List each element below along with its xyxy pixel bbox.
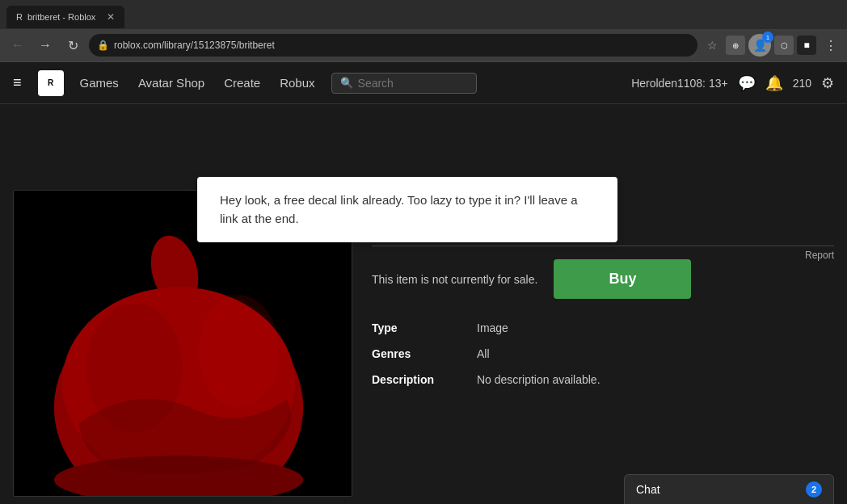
nav-links: Games Avatar Shop Create Robux bbox=[80, 76, 315, 90]
item-meta-table: Type Image Genres All Description No des… bbox=[372, 315, 834, 393]
chat-widget[interactable]: Chat 2 bbox=[624, 474, 834, 504]
profile-icon[interactable]: 👤 1 bbox=[748, 34, 771, 57]
tab-bar: R britberet - Roblox ✕ bbox=[0, 0, 847, 29]
type-val: Image bbox=[477, 321, 508, 334]
nav-bar: ← → ↻ 🔒 roblox.com/library/15123875/brit… bbox=[0, 29, 847, 61]
meta-row-type: Type Image bbox=[372, 315, 834, 341]
tooltip-text: Hey look, a free decal link already. Too… bbox=[220, 193, 578, 225]
sale-row: This item is not currently for sale. Buy bbox=[372, 259, 834, 299]
chat-icon-btn[interactable]: 💬 bbox=[738, 74, 756, 92]
lock-icon: 🔒 bbox=[97, 40, 109, 51]
search-box[interactable]: 🔍 bbox=[331, 73, 477, 94]
back-button[interactable]: ← bbox=[6, 34, 29, 57]
extension-icon-3[interactable]: ■ bbox=[797, 36, 816, 55]
report-link[interactable]: Report bbox=[805, 250, 834, 261]
extension-icon-2[interactable]: ⬡ bbox=[774, 36, 794, 55]
tab-close-icon[interactable]: ✕ bbox=[107, 11, 115, 23]
chat-label: Chat bbox=[636, 483, 660, 496]
nav-games[interactable]: Games bbox=[80, 76, 119, 90]
roblox-logo[interactable]: R bbox=[38, 70, 64, 96]
active-tab[interactable]: R britberet - Roblox ✕ bbox=[6, 6, 124, 28]
settings-icon[interactable]: ⚙ bbox=[821, 74, 834, 92]
buy-button[interactable]: Buy bbox=[554, 259, 691, 299]
tooltip-popup: Hey look, a free decal link already. Too… bbox=[197, 177, 617, 242]
extension-icons: ⊕ 👤 1 ⬡ ■ bbox=[726, 34, 816, 57]
type-key: Type bbox=[372, 321, 477, 334]
genres-key: Genres bbox=[372, 347, 477, 360]
address-bar[interactable]: 🔒 roblox.com/library/15123875/britberet bbox=[89, 34, 697, 57]
profile-badge: 1 bbox=[762, 32, 773, 43]
tab-favicon: R bbox=[16, 12, 23, 22]
tab-title: britberet - Roblox bbox=[27, 12, 95, 22]
meta-row-genres: Genres All bbox=[372, 341, 834, 367]
item-divider bbox=[372, 246, 834, 246]
hamburger-icon[interactable]: ≡ bbox=[13, 74, 22, 91]
not-for-sale-text: This item is not currently for sale. bbox=[372, 273, 537, 286]
genres-val: All bbox=[477, 347, 490, 360]
nav-robux[interactable]: Robux bbox=[280, 76, 314, 90]
description-key: Description bbox=[372, 373, 477, 386]
username-display[interactable]: Herolden1108: 13+ bbox=[631, 77, 728, 90]
url-text: roblox.com/library/15123875/britberet bbox=[114, 40, 689, 51]
notification-icon-btn[interactable]: 🔔 bbox=[765, 74, 783, 92]
search-icon: 🔍 bbox=[340, 77, 353, 89]
meta-row-description: Description No description available. bbox=[372, 367, 834, 393]
nav-create[interactable]: Create bbox=[224, 76, 260, 90]
browser-chrome: R britberet - Roblox ✕ ← → ↻ 🔒 roblox.co… bbox=[0, 0, 847, 62]
search-input[interactable] bbox=[358, 77, 463, 90]
refresh-button[interactable]: ↻ bbox=[61, 34, 84, 57]
browser-menu-icon[interactable]: ⋮ bbox=[821, 38, 841, 53]
nav-avatar-shop[interactable]: Avatar Shop bbox=[138, 76, 204, 90]
chat-badge: 2 bbox=[806, 481, 822, 498]
extension-icon-1[interactable]: ⊕ bbox=[726, 36, 745, 55]
nav-left: ≡ R Games Avatar Shop Create Robux 🔍 bbox=[13, 70, 477, 96]
nav-right: Herolden1108: 13+ 💬 🔔 210 ⚙ bbox=[631, 74, 834, 92]
roblox-navbar: ≡ R Games Avatar Shop Create Robux 🔍 Her… bbox=[0, 62, 847, 104]
bookmark-icon[interactable]: ☆ bbox=[707, 39, 718, 52]
robux-count: 210 bbox=[793, 77, 811, 90]
main-content: Hey look, a free decal link already. Too… bbox=[0, 177, 847, 504]
description-val: No description available. bbox=[477, 373, 600, 386]
svg-point-10 bbox=[199, 295, 279, 407]
forward-button[interactable]: → bbox=[34, 34, 57, 57]
